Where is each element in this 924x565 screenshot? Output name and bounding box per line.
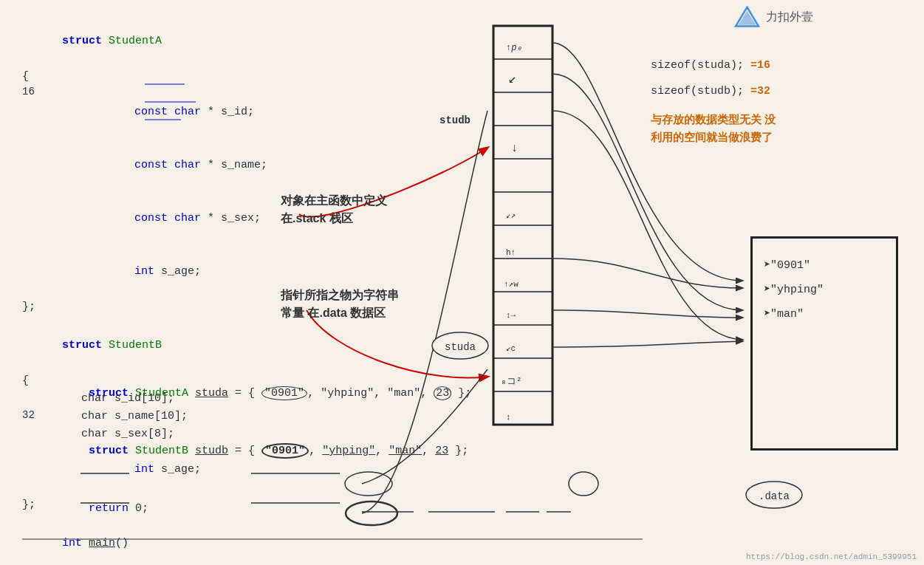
url-text: https://blog.csdn.net/admin_5399951 xyxy=(746,552,917,561)
data-box: ➤"0901" ➤"yhping" ➤"man" xyxy=(750,236,898,451)
sizeof-studa-line: sizeof(studa); =16 xyxy=(651,59,887,72)
sizeof-studa-text: sizeof(studa); xyxy=(651,59,744,72)
line-num-16: 16 xyxy=(22,86,35,97)
note-line2: 利用的空间就当做浪费了 xyxy=(651,131,773,143)
stack-note: 对象在主函数中定义 在.stack 栈区 xyxy=(281,192,443,227)
keyword-struct: struct xyxy=(62,35,102,47)
bottom-code: struct StudentA studa = { "0901", "yhpin… xyxy=(22,367,539,535)
string-val-man: ➤"man" xyxy=(764,302,885,326)
logo-area: 力扣外壹 xyxy=(734,6,813,28)
kw-return: return xyxy=(89,502,129,515)
val-23-studa: 23 xyxy=(434,386,451,400)
kw-const-2: const xyxy=(134,159,168,171)
sizeof-studa-result: =16 xyxy=(750,59,770,72)
string-val-0901: ➤"0901" xyxy=(764,253,885,278)
svg-text:↙: ↙ xyxy=(508,72,516,86)
svg-text:studa: studa xyxy=(445,341,476,353)
main-container: studa .data ↑p₀ ↙ ↓ ↙↗ h↑ ↑↗w ↕→ ↙c ₈コ² … xyxy=(0,0,924,565)
logo-text: 力扣外壹 xyxy=(766,10,813,25)
var-studa: studa xyxy=(195,387,228,400)
stack-note-line2: 在.stack 栈区 xyxy=(281,212,353,225)
svg-rect-0 xyxy=(493,26,552,425)
kw-int-1: int xyxy=(134,265,154,278)
svg-point-25 xyxy=(746,482,802,508)
main-name: main xyxy=(89,537,115,549)
type-studentb-studb: StudentB xyxy=(135,445,188,457)
val-yhping-studb: "yhping" xyxy=(322,445,375,457)
type-studenta: StudentA xyxy=(109,35,162,47)
type-studenta-studa: StudentA xyxy=(135,387,188,400)
svg-text:↙↗: ↙↗ xyxy=(506,211,516,220)
type-studentb: StudentB xyxy=(109,339,162,352)
sizeof-studb-text: sizeof(studb); xyxy=(651,85,744,97)
field-s-id: const char * s_id; xyxy=(81,86,377,139)
val-23-studb: 23 xyxy=(435,445,448,457)
kw-struct-studa: struct xyxy=(89,387,129,400)
string-val-yhping: ➤"yhping" xyxy=(764,278,885,302)
sizeof-studb-result: =32 xyxy=(750,85,770,97)
struct-b-header: struct StudentB xyxy=(22,319,377,372)
info-panel: sizeof(studa); =16 sizeof(studb); =32 与存… xyxy=(651,59,887,146)
kw-const-1: const xyxy=(134,106,168,118)
field-s-name: const char * s_name; xyxy=(81,139,377,192)
svg-text:↙c: ↙c xyxy=(506,344,516,353)
svg-text:↕→: ↕→ xyxy=(506,311,516,320)
data-note: 指针所指之物为字符串 常量 在.data 数据区 xyxy=(281,287,443,322)
studa-init-line: struct StudentA studa = { "0901", "yhpin… xyxy=(22,367,539,420)
kw-char-1: char xyxy=(174,106,201,118)
note-line1: 与存放的数据类型无关 没 xyxy=(651,113,776,126)
logo-icon xyxy=(734,6,760,28)
svg-text:↓: ↓ xyxy=(511,142,519,155)
data-note-line2: 常量 在.data 数据区 xyxy=(281,307,386,319)
stack-note-line1: 对象在主函数中定义 xyxy=(281,194,387,207)
annotation-box: 对象在主函数中定义 在.stack 栈区 指针所指之物为字符串 常量 在.dat… xyxy=(281,192,443,322)
studb-init-line: struct StudentB studb = { "0901", "yhpin… xyxy=(22,425,539,478)
data-box-content: ➤"0901" ➤"yhping" ➤"man" xyxy=(753,239,896,341)
val-man-studb: "man" xyxy=(389,445,422,457)
kw-char-3: char xyxy=(174,212,201,225)
struct-a-header: struct StudentA xyxy=(22,15,377,68)
val-0901-studa: "0901" xyxy=(261,386,307,400)
svg-text:.data: .data xyxy=(759,490,790,502)
kw-struct-studb: struct xyxy=(89,445,129,457)
svg-text:↑p₀: ↑p₀ xyxy=(506,43,522,53)
kw-const-3: const xyxy=(134,212,168,225)
svg-text:↑↗w: ↑↗w xyxy=(504,280,519,289)
return-line: return 0; xyxy=(22,482,539,535)
sizeof-studb-line: sizeof(studb); =32 xyxy=(651,85,887,97)
svg-text:h↑: h↑ xyxy=(506,248,516,257)
data-note-line1: 指针所指之物为字符串 xyxy=(281,289,399,301)
studb-label: studb xyxy=(439,114,470,126)
note-text: 与存放的数据类型无关 没 利用的空间就当做浪费了 xyxy=(651,111,887,146)
svg-point-21 xyxy=(569,472,598,496)
kw-int-main: int xyxy=(62,537,82,549)
keyword-struct-b: struct xyxy=(62,339,102,352)
brace-open-a: { xyxy=(22,68,377,86)
val-0901-studb: "0901" xyxy=(261,443,309,459)
var-studb: studb xyxy=(195,445,228,457)
kw-char-2: char xyxy=(174,159,201,171)
svg-point-23 xyxy=(432,332,488,359)
